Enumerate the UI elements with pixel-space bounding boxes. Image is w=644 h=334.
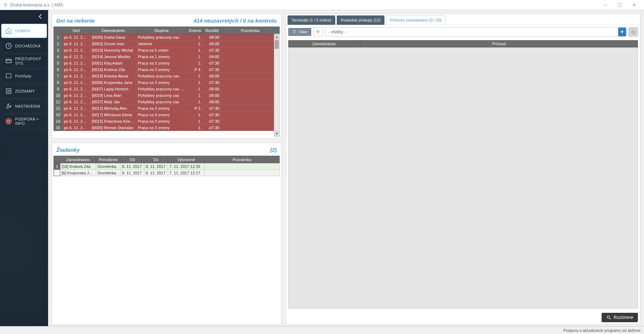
table-row[interactable]: 10po 6. 11. 2017[0018] Lexa AlanPohybliv… — [54, 92, 280, 99]
nav-dochadzka[interactable]: DOCHÁDZKA — [1, 39, 47, 53]
nav-domov[interactable]: DOMOV — [1, 24, 47, 38]
filter-label: Filter — [299, 30, 307, 34]
filter-button[interactable]: Filter — [288, 28, 311, 36]
sidebar: DOMOV DOCHÁDZKA PRÍSTUPOVÝ SYS. Prehľady… — [0, 10, 48, 326]
lifebuoy-icon — [5, 118, 12, 125]
statusbar: Podpora a aktualizácie programu sú aktív… — [0, 326, 644, 334]
col-header[interactable]: Zamestnanec — [90, 27, 136, 34]
nav-label: ZOZNAMY — [15, 89, 35, 93]
tab-posledne-pristupy[interactable]: Posledné prístupy (12) — [337, 15, 384, 25]
card-icon — [5, 57, 12, 65]
col-zamestnanec: Zamestnanec — [288, 40, 360, 47]
svg-point-10 — [607, 316, 610, 318]
table-row[interactable]: 6po 6. 11. 2017[0016] Kralova ZitaPraca … — [54, 66, 280, 73]
people-icon — [315, 29, 321, 35]
rozsirene-label: Rozšírené — [613, 315, 633, 320]
requests-table[interactable]: ZamestnanecPrerušenieOdDoVytvorenéPoznám… — [53, 156, 280, 176]
titlebar: Druhá testovacia a.s. | AMS ─ ☐ ✕ — [0, 0, 644, 10]
nav-podpora[interactable]: PODPORA + INFO — [1, 114, 47, 128]
scroll-up-icon[interactable]: ▲ — [274, 34, 279, 40]
col-header[interactable]: Poznámka — [205, 156, 280, 163]
table-row[interactable]: 13po 6. 11. 2017[0017] Mihokova ElenaPra… — [54, 112, 280, 118]
requests-panel-count: (2) — [270, 147, 277, 153]
tab-pritomni[interactable]: Prítomní zamestnanci (0 / 20) — [386, 15, 445, 25]
status-text: Podpora a aktualizácie programu sú aktív… — [563, 328, 640, 333]
table-row[interactable]: 2po 6. 11. 2017[0003] Druver IvanVedenie… — [54, 41, 280, 47]
nav-label: DOCHÁDZKA — [15, 44, 41, 48]
minimize-button[interactable]: ─ — [598, 0, 612, 10]
col-header[interactable]: Do — [144, 156, 168, 163]
col-header[interactable]: Prerušenie — [96, 156, 121, 163]
table-row[interactable]: 3po 6. 11. 2017[0010] Hvorecky MichalPra… — [54, 47, 280, 53]
nav-label: DOMOV — [15, 29, 31, 33]
right-tabs: Terminály (1 / 5 online) Posledné prístu… — [286, 14, 640, 25]
block-icon — [631, 29, 636, 34]
funnel-icon — [292, 30, 297, 34]
dropdown-icon[interactable]: ▼ — [618, 28, 626, 36]
close-button[interactable]: ✕ — [627, 0, 641, 10]
svg-point-0 — [4, 3, 7, 6]
days-table[interactable]: DeňZamestnanecSkupinaZmenaRozdielPoznámk… — [53, 27, 280, 131]
home-icon — [5, 27, 12, 34]
nav-zoznamy[interactable]: ZOZNAMY — [1, 84, 47, 98]
table-row[interactable]: 12po 6. 11. 2017[0012] Michulaj AlexPrac… — [54, 105, 280, 112]
book-icon — [5, 72, 12, 80]
group-select[interactable]: - všetky - ▼ — [325, 27, 626, 37]
col-header[interactable]: Od — [121, 156, 144, 163]
days-panel: Dni na riešenie 414 neuzavretých / 0 na … — [52, 14, 281, 138]
table-row[interactable]: 11po 6. 11. 2017[0037] Malý JánPohyblivy… — [54, 99, 280, 105]
nav-prehlady[interactable]: Prehľady — [1, 69, 47, 83]
table-row[interactable]: 4po 6. 11. 2017[0014] Jevova MonikaPraca… — [54, 53, 280, 60]
table-row[interactable]: 15po 6. 11. 2017[0005] Remek StanislavPr… — [54, 124, 280, 131]
nav-label: Prehľady — [15, 74, 32, 78]
col-header[interactable] — [54, 27, 62, 34]
table-row[interactable]: 1po 6. 11. 2017[0035] Draha DanaPohybliv… — [54, 34, 280, 41]
col-header[interactable]: Vytvorené — [168, 156, 205, 163]
sidebar-collapse-button[interactable] — [0, 10, 48, 23]
table-row[interactable]: 5po 6. 11. 2017[0001] Kiluj AdamPraca na… — [54, 60, 280, 66]
wrench-icon — [5, 103, 12, 110]
refresh-button[interactable] — [629, 27, 638, 37]
right-toolbar: Filter - všetky - ▼ — [286, 25, 640, 39]
window-title: Druhá testovacia a.s. | AMS — [10, 3, 63, 8]
scroll-thumb[interactable] — [275, 40, 279, 49]
col-header[interactable]: Poznámka — [221, 27, 280, 34]
table-row[interactable]: 9po 6. 11. 2017[0007] Lapaj HenrichPohyb… — [54, 86, 280, 92]
svg-point-6 — [317, 30, 318, 32]
days-scrollbar[interactable]: ▲ ▼ — [274, 34, 280, 137]
scroll-down-icon[interactable]: ▼ — [274, 131, 279, 136]
group-filter-button[interactable] — [313, 27, 323, 37]
right-grid-body — [288, 47, 638, 309]
table-row[interactable]: 14po 6. 11. 2017[0015] Polackova Kristin… — [54, 118, 280, 124]
nav-label: NASTAVENIA — [15, 104, 40, 108]
requests-panel: Žiadanky (2) ZamestnanecPrerušenieOdDoVy… — [52, 143, 281, 325]
app-logo-icon — [3, 3, 8, 8]
svg-point-4 — [6, 119, 11, 124]
col-header[interactable]: Rozdiel — [203, 27, 221, 34]
days-panel-title: Dni na riešenie — [56, 18, 95, 24]
group-select-value: - všetky - — [325, 29, 618, 34]
clock-icon — [5, 42, 12, 50]
col-header[interactable]: Zmena — [187, 27, 203, 34]
col-header[interactable]: Skupina — [136, 27, 187, 34]
maximize-button[interactable]: ☐ — [612, 0, 627, 10]
table-row[interactable]: 2[6] Krupovska JanaDovolenka8. 11. 20178… — [54, 170, 280, 176]
table-row[interactable]: 8po 6. 11. 2017[0006] Krupovska JanaPrac… — [54, 79, 280, 86]
requests-panel-title: Žiadanky — [56, 147, 80, 153]
rozsirene-button[interactable]: Rozšírené — [602, 313, 638, 322]
search-icon — [606, 315, 611, 320]
list-icon — [5, 88, 12, 95]
svg-rect-2 — [6, 59, 11, 63]
days-panel-subtitle: 414 neuzavretých / 0 na kontrolu — [193, 18, 277, 24]
svg-point-5 — [8, 120, 10, 123]
nav-nastavenia[interactable]: NASTAVENIA — [1, 99, 47, 113]
nav-label: PRÍSTUPOVÝ SYS. — [15, 57, 43, 65]
tab-terminaly[interactable]: Terminály (1 / 5 online) — [288, 15, 335, 25]
nav-pristup[interactable]: PRÍSTUPOVÝ SYS. — [1, 54, 47, 68]
svg-point-7 — [318, 30, 319, 32]
col-header[interactable] — [54, 156, 60, 163]
col-header[interactable]: Deň — [62, 27, 90, 34]
table-row[interactable]: 7po 6. 11. 2017[0019] Krivoka AlenaPohyb… — [54, 73, 280, 79]
col-header[interactable]: Zamestnanec — [60, 156, 96, 163]
table-row[interactable]: 1[16] Kralova ZitaDovolenka8. 11. 20178.… — [54, 163, 280, 170]
